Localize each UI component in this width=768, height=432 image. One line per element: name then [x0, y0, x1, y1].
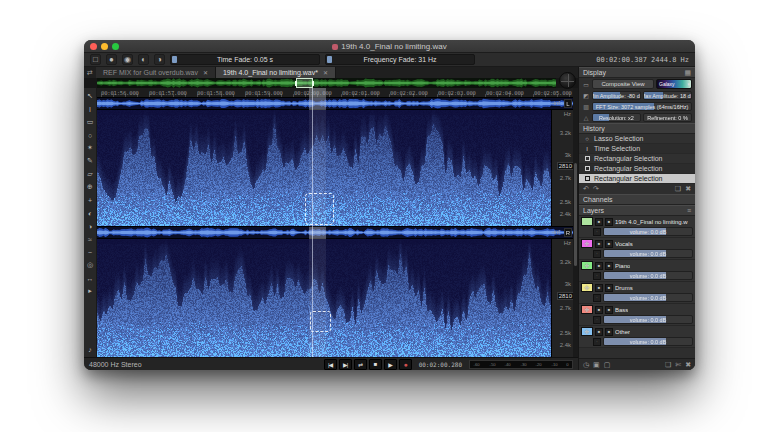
- play-button[interactable]: ▶: [384, 359, 397, 370]
- time-fade-slider[interactable]: Time Fade: 0.05 s: [170, 54, 320, 65]
- navigator-handle-right[interactable]: [312, 81, 314, 86]
- layer-volume-slider[interactable]: volume: 0.0 dB: [603, 293, 693, 302]
- tool-zoom-icon[interactable]: ◎: [85, 260, 96, 270]
- overview-navigator[interactable]: [84, 78, 578, 88]
- spectrogram-right[interactable]: Hz 3.2k 3k 2810 2.7k 2.5k 2.4k: [97, 239, 578, 357]
- history-panel-header[interactable]: History: [579, 123, 695, 134]
- visibility-toggle[interactable]: ■: [595, 262, 603, 270]
- layer-row-bass[interactable]: ✛ ■ ■ Bass · volume: 0.0 dB: [579, 304, 695, 326]
- solo-toggle[interactable]: ■: [605, 306, 613, 314]
- layer-row-other[interactable]: ✛ ■ ■ Other · volume: 0.0 dB: [579, 326, 695, 348]
- history-item-rect-2[interactable]: Rectangular Selection: [579, 164, 695, 174]
- colormap-select[interactable]: Galaxy ▾: [656, 79, 692, 89]
- layer-volume-slider[interactable]: volume: 0.0 dB: [603, 249, 693, 258]
- tool-eraser-icon[interactable]: ▱: [85, 169, 96, 179]
- unlink-channels-icon[interactable]: ▢: [604, 361, 611, 369]
- tool-clone-stamp-icon[interactable]: ⊕: [85, 182, 96, 192]
- layer-volume-slider[interactable]: volume: 0.0 dB: [603, 315, 693, 324]
- selection-tool-icon[interactable]: □: [90, 54, 101, 65]
- layer-color-swatch[interactable]: ✛: [581, 327, 593, 336]
- history-item-time[interactable]: ΙTime Selection: [579, 144, 695, 154]
- layers-panel-header[interactable]: Layers ≡: [579, 205, 695, 216]
- automation-toggle[interactable]: ·: [593, 228, 601, 236]
- fft-size-slider[interactable]: FFT Size: 3072 samples (64ms/16Hz): [592, 102, 692, 111]
- visibility-toggle[interactable]: ■: [595, 306, 603, 314]
- menu-icon[interactable]: ≡: [687, 207, 691, 214]
- vertical-scrollbar[interactable]: [573, 88, 578, 357]
- tool-amplify-icon[interactable]: ~: [85, 247, 96, 257]
- cut-layer-icon[interactable]: ✄: [675, 361, 681, 369]
- layer-color-swatch[interactable]: ✛: [581, 305, 593, 314]
- channel-badge-left[interactable]: L: [564, 99, 572, 108]
- tool-smooth-icon[interactable]: ≈: [85, 234, 96, 244]
- tool-lasso-selection-icon[interactable]: ○: [85, 130, 96, 140]
- subtract-selection-icon[interactable]: ◐: [138, 54, 149, 65]
- automation-toggle[interactable]: ·: [593, 294, 601, 302]
- history-state-icon[interactable]: ◷: [583, 361, 589, 369]
- spectrogram-canvas-right[interactable]: [97, 239, 551, 357]
- max-amplitude-slider[interactable]: Max Amplitude: 18 dB: [643, 91, 692, 100]
- layer-row-piano[interactable]: ✛ ■ ■ Piano · volume: 0.0 dB: [579, 260, 695, 282]
- tool-playback-icon[interactable]: ▸: [85, 286, 96, 296]
- delete-layer-icon[interactable]: ✖: [685, 361, 691, 369]
- resolution-slider[interactable]: Resolution: x2: [592, 113, 641, 122]
- scrollbar-thumb[interactable]: [574, 163, 577, 265]
- layer-row-vocals[interactable]: ✛ ■ ■ Vocals · volume: 0.0 dB: [579, 238, 695, 260]
- panel-menu-icon[interactable]: ▦: [684, 69, 691, 77]
- slider-handle[interactable]: [327, 56, 332, 63]
- layer-group-row[interactable]: ■ ■ 19th 4.0_Final no limiting.w · volum…: [579, 216, 695, 238]
- tool-heal-icon[interactable]: +: [85, 195, 96, 205]
- layer-row-drums[interactable]: ✛ ■ ■ Drums · volume: 0.0 dB: [579, 282, 695, 304]
- close-tab-icon[interactable]: ✕: [323, 69, 328, 76]
- solo-toggle[interactable]: ■: [605, 218, 613, 226]
- waveform-right[interactable]: [97, 227, 578, 238]
- waveform-left[interactable]: [97, 98, 578, 109]
- undo-icon[interactable]: ↶: [583, 185, 589, 193]
- navigation-knob[interactable]: [559, 72, 576, 89]
- history-item-lasso[interactable]: ○Lasso Selection: [579, 134, 695, 144]
- min-amplitude-slider[interactable]: Min Amplitude: -80 dB: [592, 91, 641, 100]
- channels-panel-header[interactable]: Channels: [579, 194, 695, 205]
- history-item-rect-3[interactable]: Rectangular Selection: [579, 174, 695, 184]
- history-item-rect-1[interactable]: Rectangular Selection: [579, 154, 695, 164]
- layer-color-swatch[interactable]: ✛: [581, 261, 593, 270]
- go-to-start-button[interactable]: |◀: [324, 359, 337, 370]
- layer-volume-slider[interactable]: volume: 0.0 dB: [603, 337, 693, 346]
- tool-brush-icon[interactable]: ✎: [85, 156, 96, 166]
- tool-pan-icon[interactable]: ↔: [85, 273, 96, 283]
- link-channels-icon[interactable]: ▣: [593, 361, 600, 369]
- visibility-toggle[interactable]: ■: [595, 328, 603, 336]
- display-panel-header[interactable]: Display ▦: [579, 67, 695, 78]
- add-selection-icon[interactable]: ◉: [122, 54, 133, 65]
- delete-icon[interactable]: ✖: [685, 185, 691, 193]
- composite-view-button[interactable]: Composite View: [592, 79, 654, 89]
- waveform-strip-left[interactable]: -inf L: [97, 98, 578, 110]
- close-tab-icon[interactable]: ✕: [203, 69, 208, 76]
- visibility-toggle[interactable]: ■: [595, 218, 603, 226]
- tool-dodge-icon[interactable]: ◐: [85, 208, 96, 218]
- tab-19th-final[interactable]: 19th 4.0_Final no limiting.wav* ✕: [216, 67, 336, 78]
- layer-color-swatch[interactable]: ✛: [581, 283, 593, 292]
- slider-handle[interactable]: [172, 56, 177, 63]
- overview-waveform[interactable]: [97, 78, 556, 88]
- spectrogram-left[interactable]: Hz 3.2k 3k 2810 2.7k 2.5k 2.4k: [97, 110, 578, 227]
- frequency-fade-slider[interactable]: Frequency Fade: 31 Hz: [325, 54, 475, 65]
- solo-toggle[interactable]: ■: [605, 240, 613, 248]
- tab-ref-mix[interactable]: REF MIX for Guit overdub.wav ✕: [96, 67, 216, 78]
- solo-toggle[interactable]: ■: [605, 328, 613, 336]
- automation-toggle[interactable]: ·: [593, 316, 601, 324]
- layer-volume-slider[interactable]: volume: 0.0 dB: [603, 271, 693, 280]
- tool-magic-wand-icon[interactable]: ✶: [85, 143, 96, 153]
- solo-toggle[interactable]: ■: [605, 262, 613, 270]
- tool-rectangular-selection-icon[interactable]: ▭: [85, 117, 96, 127]
- spectrogram-canvas-left[interactable]: [97, 110, 551, 226]
- new-layer-icon[interactable]: ❏: [665, 361, 671, 369]
- loop-button[interactable]: ⇄: [354, 359, 367, 370]
- group-volume-slider[interactable]: volume: 0.0 dB: [603, 227, 693, 236]
- refinement-slider[interactable]: Refinement: 0 %: [643, 113, 692, 122]
- record-button[interactable]: ●: [399, 359, 412, 370]
- tool-burn-icon[interactable]: ◑: [85, 221, 96, 231]
- time-ruler[interactable]: 00:01:56.000 00:01:57.000 00:01:58.000 0…: [97, 88, 578, 98]
- tool-time-selection-icon[interactable]: Ι: [85, 104, 96, 114]
- group-color-swatch[interactable]: [581, 217, 593, 226]
